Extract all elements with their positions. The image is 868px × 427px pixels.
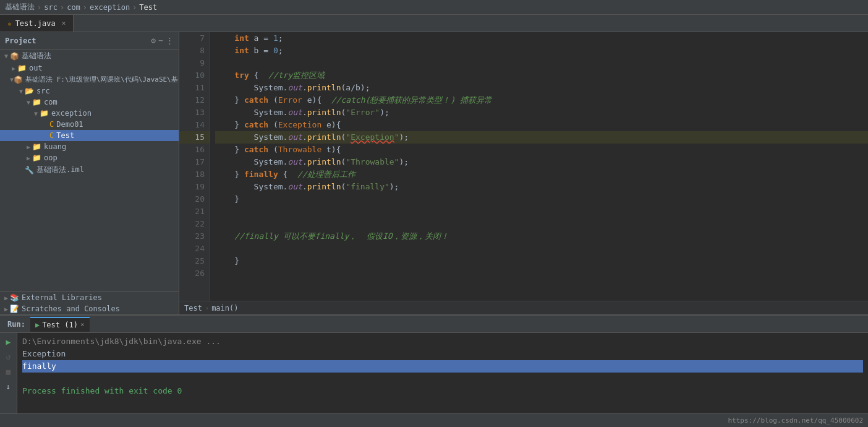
tab-test-java[interactable]: ☕ Test.java × <box>0 15 74 32</box>
tree-item-scratches[interactable]: ▶ 📝 Scratches and Consoles <box>0 303 179 314</box>
breadcrumb-test: Test <box>184 304 202 313</box>
run-label: Run: <box>2 320 30 329</box>
tree-item-exception[interactable]: ▼ 📁 exception <box>0 108 179 119</box>
tree-item-oop[interactable]: ▶ 📁 oop <box>0 152 179 163</box>
breadcrumb-bar: 基础语法 › src › com › exception › Test <box>0 0 868 15</box>
run-btn[interactable]: ▶ <box>2 335 15 348</box>
run-tab-close[interactable]: × <box>80 321 85 329</box>
code-line-9 <box>215 57 868 69</box>
tree-label: out <box>29 64 43 72</box>
line-num-22: 22 <box>179 218 210 230</box>
output-text: Exception <box>22 348 66 360</box>
rerun-btn[interactable]: ↺ <box>2 350 15 363</box>
tree-item-com[interactable]: ▼ 📁 com <box>0 97 179 108</box>
run-tab-test[interactable]: ▶ Test (1) × <box>30 317 90 332</box>
expand-arrow: ▶ <box>25 144 32 150</box>
expand-arrow: ▼ <box>25 99 32 106</box>
tab-close-button[interactable]: × <box>62 19 66 27</box>
project-title: Project <box>5 37 36 45</box>
line-num-18: 18 <box>179 168 210 181</box>
line-num-25: 25 <box>179 255 210 267</box>
stop-btn[interactable]: ■ <box>2 365 15 377</box>
sidebar-minimize-btn[interactable]: − <box>158 36 163 45</box>
expand-arrow: ▶ <box>2 306 10 313</box>
line-num-14: 14 <box>179 119 210 131</box>
tree-label: kuang <box>44 142 66 151</box>
folder-icon: 📁 <box>32 98 41 106</box>
module-icon: 📦 <box>14 75 23 84</box>
run-file-icon: ▶ <box>35 321 40 329</box>
code-line-20: } <box>215 193 868 205</box>
tree-label: oop <box>44 153 57 162</box>
tree-item-src[interactable]: ▼ 📂 src <box>0 85 179 97</box>
code-line-14: } catch (Exception e){ <box>215 119 868 131</box>
line-num-19: 19 <box>179 181 210 193</box>
run-panel: Run: ▶ Test (1) × ▶ ↺ ■ ↓ D:\Environment… <box>0 314 868 413</box>
breadcrumb-item[interactable]: src <box>44 3 57 12</box>
expand-arrow: ▼ <box>2 53 10 59</box>
line-num-20: 20 <box>179 193 210 205</box>
sidebar-tool-btn[interactable]: ⚙ <box>151 36 156 45</box>
breadcrumb-arrow: › <box>205 304 209 313</box>
tree-item-基础语法-src[interactable]: ▼ 📦 基础语法 F:\班级管理\网课班\代码\JavaSE\基... <box>0 74 179 85</box>
code-line-11: System.out.println(a/b); <box>215 82 868 94</box>
line-num-8: 8 <box>179 45 210 57</box>
java-icon: C <box>49 131 54 140</box>
expand-arrow: ▶ <box>42 121 49 128</box>
tree-label: 基础语法.iml <box>36 165 84 175</box>
sidebar-gear-btn[interactable]: ⋮ <box>166 36 174 45</box>
line-num-21: 21 <box>179 205 210 218</box>
code-line-22 <box>215 218 868 230</box>
sidebar-header: Project ⚙ − ⋮ <box>0 32 179 50</box>
output-line-2: Exception <box>22 348 863 360</box>
line-num-17: 17 <box>179 156 210 168</box>
run-tab-label: Test (1) <box>42 321 78 329</box>
scroll-to-end-btn[interactable]: ↓ <box>2 380 15 392</box>
line-num-7: 7 <box>179 32 210 45</box>
tree-label: src <box>36 87 50 95</box>
output-line-3: finally <box>22 360 863 373</box>
breadcrumb-main: main() <box>211 304 238 313</box>
editor-breadcrumb: Test › main() <box>179 301 868 314</box>
line-num-13: 13 <box>179 106 210 119</box>
tree-label: com <box>44 98 57 106</box>
code-line-7: int a = 1; <box>215 32 868 45</box>
main-area: Project ⚙ − ⋮ ▼ 📦 基础语法 ▶ 📁 out ▼ 📦 基础语法 … <box>0 32 868 314</box>
line-num-11: 11 <box>179 82 210 94</box>
code-editor[interactable]: 7 8 9 10 11 12 13 14 15 16 17 18 19 20 2… <box>179 32 868 301</box>
external-libs-icon: 📚 <box>10 293 19 302</box>
expand-arrow: ▶ <box>2 295 10 301</box>
breadcrumb-item[interactable]: com <box>67 3 80 12</box>
breadcrumb-item[interactable]: 基础语法 <box>5 2 35 12</box>
code-line-10: try { //try监控区域 <box>215 69 868 82</box>
folder-icon: 📁 <box>40 109 49 118</box>
status-right: https://blog.csdn.net/qq_45000602 <box>728 416 863 425</box>
expand-arrow: ▶ <box>25 155 32 162</box>
tree-item-demo01[interactable]: ▶ C Demo01 <box>0 119 179 130</box>
tree-item-基础语法[interactable]: ▼ 📦 基础语法 <box>0 50 179 63</box>
tree-item-kuang[interactable]: ▶ 📁 kuang <box>0 141 179 152</box>
run-content-area: ▶ ↺ ■ ↓ D:\Environments\jdk8\jdk\bin\jav… <box>0 333 868 413</box>
breadcrumb-item[interactable]: exception <box>90 3 130 12</box>
scratches-label: Scratches and Consoles <box>22 304 120 313</box>
tree-item-external-libraries[interactable]: ▶ 📚 External Libraries <box>0 291 179 303</box>
tree-item-test[interactable]: ▶ C Test <box>0 130 179 141</box>
line-num-23: 23 <box>179 230 210 243</box>
tree-item-iml[interactable]: ▶ 🔧 基础语法.iml <box>0 163 179 176</box>
run-output: D:\Environments\jdk8\jdk\bin\java.exe ..… <box>17 333 868 413</box>
run-tab-bar: Run: ▶ Test (1) × <box>0 316 868 333</box>
java-file-icon: ☕ <box>7 19 12 27</box>
status-bar: https://blog.csdn.net/qq_45000602 <box>0 413 868 427</box>
folder-icon: 📁 <box>32 153 41 162</box>
code-lines[interactable]: int a = 1; int b = 0; try { //try监控区域 Sy… <box>210 32 868 301</box>
tab-label: Test.java <box>15 19 56 28</box>
tree-item-out[interactable]: ▶ 📁 out <box>0 63 179 74</box>
tab-bar: ☕ Test.java × <box>0 15 868 32</box>
code-line-23: //finally 可以不要finally， 假设IO，资源，关闭！ <box>215 230 868 243</box>
code-line-21 <box>215 205 868 218</box>
breadcrumb-sep: › <box>60 3 64 12</box>
breadcrumb-sep: › <box>37 3 41 12</box>
output-line-4 <box>22 373 863 385</box>
line-num-15: 15 <box>179 131 210 144</box>
line-num-16: 16 <box>179 144 210 156</box>
